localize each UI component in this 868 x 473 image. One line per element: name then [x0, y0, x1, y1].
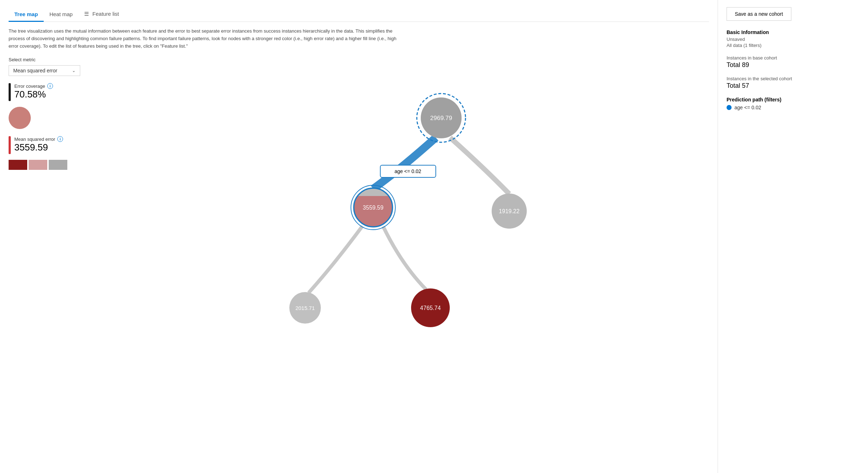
prediction-path-section: Prediction path (filters) age <= 0.02	[727, 97, 859, 110]
instances-base-section: Instances in base cohort Total 89	[727, 55, 859, 69]
tree-svg: 2969.79 age <= 0.02 3559.59	[95, 57, 709, 379]
basic-info-sub2: All data (1 filters)	[727, 43, 859, 48]
description-text: The tree visualization uses the mutual i…	[9, 28, 402, 50]
mse-info-icon[interactable]: i	[57, 136, 63, 142]
basic-info-sub1: Unsaved	[727, 37, 859, 42]
mse-metric: Mean squared error i 3559.59	[9, 136, 91, 154]
prediction-filter: age <= 0.02	[727, 105, 859, 110]
error-coverage-bar	[9, 83, 11, 101]
select-metric-label: Select metric	[9, 57, 91, 62]
prediction-filter-label: age <= 0.02	[734, 105, 761, 110]
tab-tree-map[interactable]: Tree map	[9, 8, 44, 22]
root-node-label: 2969.79	[430, 115, 452, 121]
mse-label: Mean squared error	[14, 137, 55, 142]
metric-dropdown[interactable]: Mean squared error ⌄	[9, 65, 80, 76]
left-left-node-label: 2015.71	[295, 305, 315, 311]
mse-bar	[9, 136, 11, 154]
node-tooltip-label: age <= 0.02	[395, 168, 421, 174]
instances-base-title: Instances in base cohort	[727, 55, 859, 61]
left-node-label: 3559.59	[363, 205, 384, 211]
tabs-bar: Tree map Heat map ☰ Feature list	[9, 7, 709, 22]
chevron-down-icon: ⌄	[72, 68, 76, 73]
error-coverage-metric: Error coverage i 70.58%	[9, 83, 91, 101]
instances-selected-section: Instances in the selected cohort Total 5…	[727, 76, 859, 90]
right-node-label: 1919.22	[499, 208, 520, 214]
mse-value: 3559.59	[14, 142, 63, 153]
left-right-node-label: 4765.74	[420, 305, 441, 311]
tree-visualization[interactable]: 2969.79 age <= 0.02 3559.59	[95, 57, 709, 381]
right-sidebar: Save as a new cohort Basic Information U…	[718, 0, 868, 473]
basic-info-title: Basic Information	[727, 29, 859, 35]
node-legend-circle	[9, 107, 31, 129]
legend-gray	[49, 160, 67, 170]
save-cohort-button[interactable]: Save as a new cohort	[727, 7, 791, 21]
error-coverage-value: 70.58%	[14, 89, 53, 100]
instances-selected-value: Total 57	[727, 82, 859, 90]
color-legend	[9, 160, 91, 170]
legend-light-red	[29, 160, 47, 170]
filter-dot-icon	[727, 105, 732, 110]
tab-heat-map[interactable]: Heat map	[44, 8, 78, 22]
instances-base-value: Total 89	[727, 61, 859, 69]
list-icon: ☰	[84, 11, 89, 17]
tab-feature-list[interactable]: ☰ Feature list	[78, 7, 125, 22]
instances-selected-title: Instances in the selected cohort	[727, 76, 859, 81]
legend-dark-red	[9, 160, 27, 170]
error-coverage-info-icon[interactable]: i	[47, 83, 53, 89]
basic-info-section: Basic Information Unsaved All data (1 fi…	[727, 29, 859, 48]
prediction-path-title: Prediction path (filters)	[727, 97, 859, 102]
error-coverage-label: Error coverage	[14, 83, 45, 89]
